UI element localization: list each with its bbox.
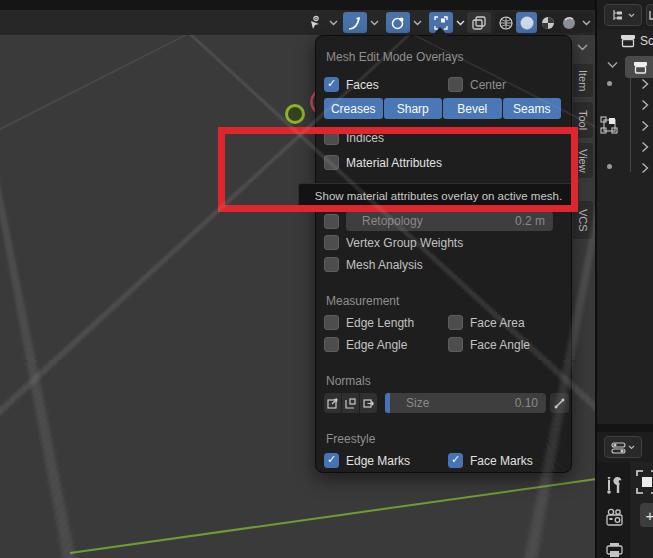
chevron-down-icon: [607, 61, 618, 69]
normals-title: Normals: [326, 374, 371, 388]
outliner-icon: [611, 9, 626, 22]
row-expand-chevron[interactable]: [641, 120, 649, 132]
collection-icon: [633, 60, 648, 74]
active-object-frame[interactable]: [636, 470, 653, 494]
edge-length-label: Edge Length: [346, 316, 414, 330]
split-normals-icon: [344, 397, 357, 410]
mesh-data-icon[interactable]: [600, 116, 621, 135]
chevron-down-icon: [456, 20, 465, 26]
retopology-label: Retopology: [362, 214, 423, 228]
center-label: Center: [470, 78, 506, 92]
outliner-editor-type-button[interactable]: [604, 4, 642, 26]
rendered-shading-button[interactable]: [558, 12, 579, 33]
filter-icon: [648, 9, 653, 22]
face-angle-label: Face Angle: [470, 338, 530, 352]
seams-button[interactable]: Seams: [503, 98, 562, 119]
snap-sphere-icon: [390, 15, 406, 31]
face-angle-checkbox[interactable]: [448, 337, 463, 352]
add-button-label: +: [646, 507, 653, 524]
editor-separator[interactable]: [597, 424, 653, 432]
face-normals-button[interactable]: [360, 393, 377, 413]
cursor-visibility-icon: [307, 15, 323, 31]
indices-row: Indices: [324, 130, 384, 145]
tab-item[interactable]: Item: [573, 63, 594, 98]
chevron-right-icon: [641, 120, 649, 132]
tab-tool[interactable]: Tool: [573, 101, 594, 139]
window-top-edge: [0, 0, 595, 10]
proportional-editing-button[interactable]: [343, 12, 367, 33]
scene-collection-row[interactable]: [620, 33, 636, 48]
edge-marks-checkbox[interactable]: [324, 453, 339, 468]
falloff-dropdown[interactable]: [368, 12, 380, 33]
printer-icon: [605, 542, 624, 558]
properties-editor-type-button[interactable]: [604, 436, 642, 458]
collection-expand-chevron[interactable]: [607, 61, 618, 69]
cursor-visibility-button[interactable]: [303, 12, 327, 33]
chevron-down-icon: [577, 44, 588, 51]
xray-toggle-button[interactable]: [467, 12, 491, 33]
creases-button[interactable]: Creases: [324, 98, 383, 119]
chevron-right-icon: [641, 78, 649, 90]
tool-tab[interactable]: [605, 474, 624, 496]
row-expand-chevron[interactable]: [641, 99, 649, 111]
rendered-shading-icon: [561, 15, 577, 31]
chevron-down-icon: [370, 20, 379, 26]
tab-tool-label: Tool: [577, 110, 589, 130]
material-attributes-row: Material Attributes: [324, 155, 442, 170]
row-expand-chevron[interactable]: [641, 162, 649, 174]
chevron-right-icon: [641, 99, 649, 111]
edge-angle-checkbox[interactable]: [324, 337, 339, 352]
row-expand-chevron[interactable]: [641, 141, 649, 153]
popover-scroll-down[interactable]: [574, 40, 590, 54]
material-attributes-checkbox[interactable]: [324, 155, 339, 170]
output-tab[interactable]: [605, 542, 624, 558]
retopology-slider[interactable]: Retopology 0.2 m: [346, 211, 553, 231]
face-area-checkbox[interactable]: [448, 315, 463, 330]
edge-length-checkbox[interactable]: [324, 315, 339, 330]
tab-view-label: View: [577, 149, 589, 173]
scene-collection-label: Sc: [640, 34, 653, 48]
sharp-button[interactable]: Sharp: [384, 98, 443, 119]
face-normals-icon: [362, 397, 375, 410]
bevel-button[interactable]: Bevel: [443, 98, 502, 119]
popover-caret: [432, 27, 448, 36]
snap-target-dropdown[interactable]: [411, 12, 423, 33]
scene-box-icon: [620, 33, 636, 48]
overlays-dropdown[interactable]: [454, 12, 466, 33]
normals-row: Size 0.10: [324, 393, 569, 413]
face-area-label: Face Area: [470, 316, 525, 330]
shading-dropdown[interactable]: [580, 12, 593, 33]
active-collection-button[interactable]: [625, 56, 653, 78]
wireframe-shading-button[interactable]: [495, 12, 516, 33]
outliner-tree-line: [630, 78, 631, 172]
vertex-normals-button[interactable]: [324, 393, 341, 413]
mesh-analysis-checkbox[interactable]: [324, 257, 339, 272]
snap-target-button[interactable]: [386, 12, 410, 33]
shading-mode-group: [495, 12, 593, 33]
edge-angle-label: Edge Angle: [346, 338, 407, 352]
retopology-value: 0.2 m: [515, 214, 545, 228]
normals-size-slider[interactable]: Size 0.10: [390, 393, 546, 413]
constant-screen-size-button[interactable]: [550, 393, 569, 413]
retopology-checkbox[interactable]: [324, 214, 339, 229]
row-expand-chevron[interactable]: [641, 78, 649, 90]
split-normals-button[interactable]: [342, 393, 359, 413]
tab-view[interactable]: View: [573, 142, 594, 179]
center-checkbox[interactable]: [448, 77, 463, 92]
material-shading-button[interactable]: [537, 12, 558, 33]
outliner-dot: [607, 81, 612, 86]
vertex-group-weights-checkbox[interactable]: [324, 235, 339, 250]
snapping-dropdown[interactable]: [327, 12, 339, 33]
face-marks-checkbox[interactable]: [448, 453, 463, 468]
outliner-filter-button[interactable]: [646, 4, 653, 26]
object-origin-dot[interactable]: [285, 104, 305, 124]
tooltip-text: Show material attributes overlay on acti…: [315, 190, 562, 202]
faces-checkbox[interactable]: [324, 77, 339, 92]
solid-shading-button[interactable]: [516, 12, 537, 33]
add-button[interactable]: +: [640, 503, 653, 527]
render-tab[interactable]: [605, 508, 624, 528]
indices-checkbox[interactable]: [324, 130, 339, 145]
vertex-group-weights-label: Vertex Group Weights: [346, 236, 463, 250]
blender-window: Item Tool View VCS Mesh Edit Mode Overla…: [0, 0, 653, 558]
object-frame-icon: [636, 470, 653, 494]
